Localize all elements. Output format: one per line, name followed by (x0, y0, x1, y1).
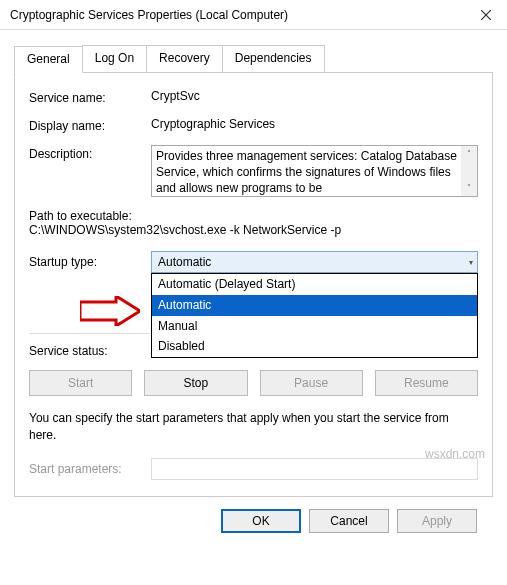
description-box: Provides three management services: Cata… (151, 145, 478, 197)
startup-option-disabled[interactable]: Disabled (152, 336, 477, 357)
startup-type-label: Startup type: (29, 255, 151, 269)
close-button[interactable] (465, 0, 507, 30)
start-hint-text: You can specify the start parameters tha… (29, 410, 478, 444)
chevron-down-icon: ▾ (469, 258, 473, 267)
window-title: Cryptographic Services Properties (Local… (10, 8, 465, 22)
watermark-text: wsxdn.com (425, 447, 485, 461)
startup-type-value: Automatic (158, 255, 211, 269)
dialog-button-row: OK Cancel Apply (14, 497, 493, 533)
tab-panel-general: Service name: CryptSvc Display name: Cry… (14, 72, 493, 497)
startup-type-dropdown: Automatic (Delayed Start) Automatic Manu… (151, 273, 478, 358)
titlebar: Cryptographic Services Properties (Local… (0, 0, 507, 30)
startup-option-automatic[interactable]: Automatic (152, 295, 477, 316)
dialog-content: General Log On Recovery Dependencies Ser… (0, 30, 507, 541)
display-name-value: Cryptographic Services (151, 117, 478, 131)
tab-general[interactable]: General (14, 46, 83, 73)
startup-type-select[interactable]: Automatic ▾ (151, 251, 478, 273)
path-label: Path to executable: (29, 209, 478, 223)
start-button: Start (29, 370, 132, 396)
pause-button: Pause (260, 370, 363, 396)
stop-button[interactable]: Stop (144, 370, 247, 396)
startup-option-delayed[interactable]: Automatic (Delayed Start) (152, 274, 477, 295)
tab-logon[interactable]: Log On (82, 45, 147, 72)
scroll-up-icon[interactable]: ˄ (461, 146, 477, 162)
description-text: Provides three management services: Cata… (156, 149, 457, 195)
description-label: Description: (29, 145, 151, 161)
scroll-down-icon[interactable]: ˅ (461, 180, 477, 196)
start-parameters-label: Start parameters: (29, 462, 151, 476)
tab-dependencies[interactable]: Dependencies (222, 45, 325, 72)
cancel-button[interactable]: Cancel (309, 509, 389, 533)
description-scrollbar[interactable]: ˄ ˅ (461, 146, 477, 196)
close-icon (481, 10, 491, 20)
service-name-value: CryptSvc (151, 89, 478, 103)
startup-option-manual[interactable]: Manual (152, 316, 477, 337)
service-status-label: Service status: (29, 344, 151, 358)
ok-button[interactable]: OK (221, 509, 301, 533)
path-value: C:\WINDOWS\system32\svchost.exe -k Netwo… (29, 223, 478, 237)
tab-strip: General Log On Recovery Dependencies (14, 45, 493, 73)
service-name-label: Service name: (29, 89, 151, 105)
resume-button: Resume (375, 370, 478, 396)
tab-recovery[interactable]: Recovery (146, 45, 223, 72)
apply-button: Apply (397, 509, 477, 533)
display-name-label: Display name: (29, 117, 151, 133)
